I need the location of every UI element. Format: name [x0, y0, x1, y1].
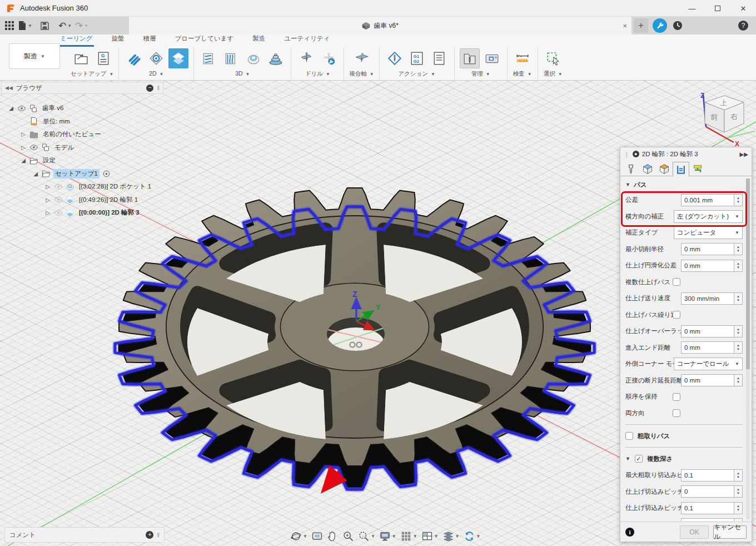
dropdown-select[interactable]: 左 (ダウンカット)▼	[674, 210, 743, 223]
viewports-button[interactable]: ▼	[420, 529, 440, 543]
browser-resize-handle[interactable]: ‖	[157, 85, 160, 91]
2d-pocket-button[interactable]	[146, 48, 166, 68]
group-row-18[interactable]: ▼✓複数深さ	[625, 450, 743, 467]
tree-expander-icon[interactable]: ▷	[44, 183, 51, 190]
browser-header[interactable]: ◀◀ ブラウザ − ‖	[1, 82, 163, 94]
dialog-expand-icon[interactable]: ▶▶	[740, 151, 748, 157]
tree-expander-icon[interactable]: ▷	[20, 131, 27, 137]
tree-item-label[interactable]: 歯車 v6	[41, 103, 65, 113]
ok-button[interactable]: OK	[680, 525, 709, 539]
spinner-buttons[interactable]: ▲▼	[734, 292, 743, 305]
checkbox[interactable]	[673, 278, 680, 286]
ribbon-group-label[interactable]: 選択 ▼	[544, 70, 563, 78]
setup-sheet-button[interactable]	[429, 48, 449, 68]
ribbon-tab-4[interactable]: 製造	[251, 34, 266, 47]
tree-item-label[interactable]: [(0:49:26)] 2D 輪郭 1	[77, 195, 140, 205]
checkbox[interactable]: ✓	[635, 455, 643, 463]
orbit-button[interactable]: ▼	[289, 529, 309, 543]
spinner-buttons[interactable]: ▲▼	[734, 243, 743, 255]
g-code-doc-button[interactable]: G	[93, 48, 113, 68]
file-menu-button[interactable]: ▼	[18, 21, 32, 31]
refresh-button[interactable]: ▼	[462, 529, 482, 543]
tree-expander-icon[interactable]: ◢	[20, 157, 27, 163]
tree-item-0[interactable]: ◢歯車 v6	[1, 102, 163, 115]
help-button[interactable]: ?	[736, 18, 750, 33]
spinner-buttons[interactable]: ▲▼	[734, 325, 743, 337]
spinner-buttons[interactable]: ▲▼	[734, 374, 743, 386]
tree-expander-icon[interactable]: ▷	[44, 197, 51, 203]
checkbox[interactable]	[673, 311, 680, 319]
checkbox[interactable]	[673, 393, 680, 401]
ribbon-group-label[interactable]: 3D ▼	[235, 70, 250, 77]
collapse-panel-icon[interactable]: ◀◀	[5, 85, 13, 91]
spinner-buttons[interactable]: ▲▼	[734, 194, 743, 206]
tree-item-label[interactable]: 単位: mm	[41, 117, 72, 126]
ribbon-tab-0[interactable]: ミーリング	[59, 34, 94, 47]
tree-expander-icon[interactable]: ▷	[44, 210, 51, 216]
measure-button[interactable]	[513, 48, 533, 68]
tree-item-label[interactable]: [(0:00:00)] 2D 輪郭 3	[77, 208, 141, 217]
tree-item-label[interactable]: [(3:02:28)] 2D ポケット 1	[77, 182, 153, 191]
3d-spiral-button[interactable]	[266, 48, 286, 68]
spinner-buttons[interactable]: ▲▼	[734, 341, 743, 354]
spinner-buttons[interactable]: ▲▼	[734, 260, 743, 272]
value-input[interactable]: 300 mm/min	[681, 292, 734, 305]
section-header[interactable]: ▼パス	[625, 177, 743, 192]
tree-expander-icon[interactable]: ◢	[32, 171, 39, 177]
setup-folder-button[interactable]	[71, 48, 91, 68]
tree-expander-icon[interactable]: ◢	[8, 105, 14, 111]
drill-button[interactable]	[296, 48, 316, 68]
maximize-button[interactable]	[705, 0, 730, 17]
tree-item-8[interactable]: ▷[(0:00:00)] 2D 輪郭 3	[1, 206, 163, 220]
spinner-buttons[interactable]: ▲▼	[734, 502, 743, 514]
comments-bar[interactable]: コメント + ‖	[4, 527, 165, 543]
dropdown-select[interactable]: コンピュータ▼	[674, 226, 743, 239]
2d-contour-button[interactable]	[168, 48, 188, 68]
document-tab[interactable]: 歯車 v6* ×	[129, 17, 631, 34]
tree-item-1[interactable]: 単位: mm	[1, 115, 163, 128]
select-box-button[interactable]	[543, 48, 563, 68]
value-input[interactable]: 0.1	[681, 502, 734, 514]
tree-item-label[interactable]: セットアップ1	[53, 169, 100, 178]
tree-item-label[interactable]: 名前の付いたビュー	[41, 130, 103, 139]
tree-item-label[interactable]: モデル	[53, 143, 76, 152]
add-comment-icon[interactable]: +	[146, 531, 153, 539]
look-at-button[interactable]	[310, 529, 324, 543]
grid-settings-button[interactable]: ▼	[399, 529, 419, 543]
ribbon-group-label[interactable]: アクション ▼	[398, 70, 435, 78]
redo-button[interactable]: ↷▼	[75, 20, 88, 32]
checkbox[interactable]	[673, 409, 680, 417]
zoom-window-button[interactable]: ▼	[357, 529, 376, 543]
ribbon-group-label[interactable]: 検査 ▼	[513, 70, 532, 78]
ribbon-tab-3[interactable]: プローブしています	[174, 34, 235, 47]
multi-axis-button[interactable]	[352, 48, 372, 68]
spinner-buttons[interactable]: ▲▼	[734, 485, 743, 498]
ribbon-group-label[interactable]: 複合軸 ▼	[349, 70, 374, 78]
g1g2-doc-button[interactable]: G1G2	[407, 48, 427, 68]
browser-minimize-icon[interactable]: −	[146, 85, 153, 92]
ribbon-tab-1[interactable]: 旋盤	[111, 34, 126, 47]
info-icon[interactable]: i	[625, 528, 634, 537]
minimize-button[interactable]: —	[679, 0, 705, 17]
3d-parallel-button[interactable]	[221, 48, 241, 68]
dialog-header[interactable]: ｜ ● 2D 輪郭 : 2D 輪郭 3 ▶▶	[620, 147, 752, 161]
spinner-buttons[interactable]: ▲▼	[734, 469, 743, 482]
ribbon-group-label[interactable]: ドリル ▼	[305, 70, 330, 78]
display-settings-button[interactable]: ▼	[378, 529, 397, 543]
machine-button[interactable]	[482, 48, 502, 68]
workspace-selector[interactable]: 製造▼	[9, 43, 60, 69]
value-input[interactable]: 0.001 mm	[681, 194, 734, 206]
zoom-button[interactable]	[341, 529, 355, 543]
visual-style-button[interactable]: ▼	[441, 529, 461, 543]
tree-item-7[interactable]: ▷[(0:49:26)] 2D 輪郭 1	[1, 193, 163, 207]
value-input[interactable]: 0 mm	[681, 374, 734, 386]
dialog-tab-passes[interactable]	[673, 162, 689, 176]
thread-button[interactable]	[319, 48, 339, 68]
undo-button[interactable]: ↶▼	[58, 20, 72, 32]
tree-item-label[interactable]: 設定	[41, 156, 57, 165]
tree-item-6[interactable]: ▷[(3:02:28)] 2D ポケット 1	[1, 180, 163, 193]
tree-item-4[interactable]: ◢設定	[1, 154, 163, 167]
job-status-button[interactable]	[653, 18, 667, 33]
dialog-scrollbar[interactable]	[746, 178, 750, 519]
dialog-drag-handle[interactable]: ｜	[624, 150, 630, 158]
